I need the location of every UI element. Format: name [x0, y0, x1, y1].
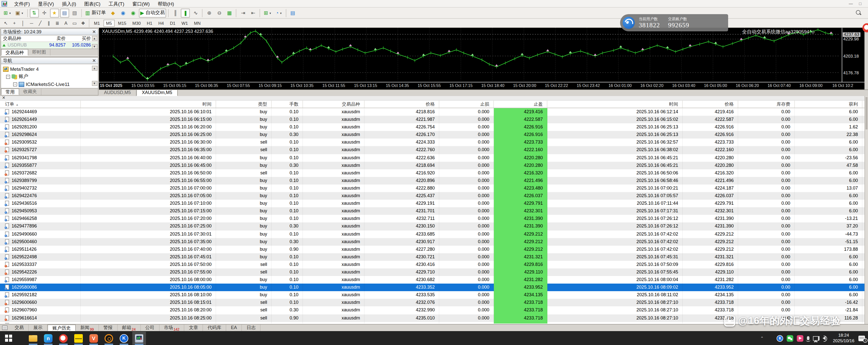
tile-windows[interactable]: ▦	[225, 8, 234, 18]
k-app-tray-icon[interactable]: K	[777, 335, 783, 342]
history-row-22[interactable]: 16295599872025.10.16 08:00:00buy0.10xauu…	[0, 276, 865, 284]
history-column-1[interactable]: 时间	[81, 100, 216, 108]
draw-tool-8[interactable]: ▭	[71, 20, 78, 27]
tray-chevron-icon[interactable]: ⌃	[761, 336, 764, 341]
menu-item-5[interactable]: 窗口(W)	[128, 1, 154, 6]
data-window[interactable]: ✛	[40, 8, 49, 18]
chart-shift[interactable]: ⇤	[249, 8, 258, 18]
draw-tool-9[interactable]: ❖	[79, 20, 87, 27]
terminal-tab-1[interactable]: 展示	[29, 324, 48, 331]
navigator-close-icon[interactable]: ✕	[92, 58, 96, 63]
history-row-23[interactable]: 16295800862025.10.16 08:05:00buy0.10xauu…	[0, 284, 865, 291]
chart-tab-audusd-m5[interactable]: AUDUSD,M5	[99, 90, 136, 96]
tab-tick-chart[interactable]: 即时图	[28, 49, 51, 56]
draw-tool-1[interactable]: +	[10, 20, 18, 27]
terminal-scrollbar[interactable]	[865, 96, 868, 324]
scroll-up-icon[interactable]: ▲	[92, 36, 97, 41]
market-watch-toggle[interactable]: ⇅	[30, 8, 39, 18]
draw-tool-5[interactable]: ∥	[45, 20, 53, 27]
chart-tab-xauusdm-m5[interactable]: XAUUSDm,M5	[136, 89, 178, 96]
taskbar-app-v-app[interactable]: V	[87, 332, 100, 345]
start-button[interactable]	[5, 335, 12, 342]
collapse-icon[interactable]: -	[13, 82, 17, 86]
terminal-tab-0[interactable]: 交易	[10, 324, 29, 331]
terminal-close-icon[interactable]: ✕	[2, 95, 5, 100]
history-column-4[interactable]: 交易品种	[303, 100, 365, 108]
autotrading-button[interactable]: ▶自动交易	[138, 8, 166, 18]
draw-tool-3[interactable]: ─	[28, 20, 35, 27]
chart-area[interactable]: XAUUSDm,M5 4239.496 4240.494 4237.253 42…	[99, 28, 865, 89]
history-column-5[interactable]: 价格	[365, 100, 439, 108]
m365-tray-icon[interactable]	[767, 335, 773, 341]
history-row-14[interactable]: 16294662582025.10.16 07:20:00buy0.10xauu…	[0, 215, 865, 223]
menu-item-2[interactable]: 插入(I)	[58, 1, 80, 6]
bar-chart-mode[interactable]: ║	[171, 8, 180, 18]
zoom-out[interactable]: ⊖	[215, 8, 224, 18]
timeframe-d1[interactable]: D1	[167, 20, 178, 27]
timeframe-w1[interactable]: W1	[179, 20, 191, 27]
history-row-17[interactable]: 16295004602025.10.16 07:35:00buy0.30xauu…	[0, 238, 865, 246]
navigator-toggle[interactable]: ★	[50, 8, 59, 18]
terminal-tab-11[interactable]: 日志	[242, 324, 261, 331]
signals[interactable]: ◉	[128, 8, 137, 18]
timeframe-h4[interactable]: H4	[156, 20, 166, 27]
strategy-tester[interactable]: ▧	[70, 8, 79, 18]
history-row-20[interactable]: 16295333372025.10.16 07:50:00sell0.10xau…	[0, 261, 865, 268]
history-column-8[interactable]: 时间	[547, 100, 683, 108]
history-row-25[interactable]: 16296006602025.10.16 08:15:01sell0.10xau…	[0, 299, 865, 307]
history-row-3[interactable]: 16292986242025.10.16 06:25:00buy0.30xauu…	[0, 131, 865, 139]
new-order-button[interactable]: ▥新订单	[84, 8, 107, 18]
timeframe-m5[interactable]: M5	[103, 20, 115, 27]
history-column-10[interactable]: 库存费	[738, 100, 795, 108]
history-row-18[interactable]: 16295114262025.10.16 07:40:00buy0.90xauu…	[0, 246, 865, 253]
timeframe-mn[interactable]: MN	[191, 20, 203, 27]
tree-item-metatrader4[interactable]: MetaTrader 4	[3, 65, 98, 73]
taskbar-app-maxthon-browser[interactable]: n	[41, 332, 55, 345]
column-symbol[interactable]: 交易品种	[1, 35, 40, 41]
tree-item-account-live[interactable]: - ICMarketsSC-Live11	[3, 80, 98, 88]
profiles[interactable]: ▣▼	[14, 8, 25, 18]
draw-tool-6[interactable]: ≣	[54, 20, 61, 27]
history-column-9[interactable]: 价格	[683, 100, 738, 108]
menu-item-0[interactable]: 文件(F)	[10, 1, 34, 6]
chart-plot[interactable]: XAUUSDm,M5 4239.496 4240.494 4237.253 42…	[99, 28, 842, 82]
taskbar-app-metatrader4[interactable]	[132, 332, 146, 345]
terminal-tab-5[interactable]: 邮箱24	[118, 324, 141, 331]
terminal-tab-4[interactable]: 警报	[99, 324, 118, 331]
history-row-19[interactable]: 16295224982025.10.16 07:45:01buy0.10xauu…	[0, 253, 865, 261]
history-column-0[interactable]: 订单▲	[0, 100, 81, 108]
market-watch-close-icon[interactable]: ✕	[92, 30, 96, 34]
pink-app-tray-icon[interactable]	[797, 335, 804, 342]
menu-item-3[interactable]: 图表(C)	[80, 1, 104, 6]
window-controls[interactable]: — □	[849, 1, 868, 6]
history-column-2[interactable]: 类型	[216, 100, 272, 108]
terminal-toggle[interactable]: ▤	[60, 8, 69, 18]
wechat-tray-icon[interactable]	[787, 335, 794, 342]
taskbar-clock[interactable]: 18:24 2025/10/16	[833, 333, 855, 344]
taskbar-app-ring-app[interactable]	[102, 332, 116, 345]
notification-icon[interactable]: 1	[859, 336, 865, 341]
taskbar-app-red-circle-app[interactable]	[57, 332, 70, 345]
search-icon[interactable]	[856, 10, 861, 15]
history-row-15[interactable]: 16294778962025.10.16 07:25:00buy0.30xauu…	[0, 223, 865, 230]
taskbar-app-file-explorer[interactable]	[26, 332, 40, 345]
quote-row-usdrub[interactable]: USDRUB 94.8257 105.0286	[1, 42, 98, 49]
scroll-down-icon[interactable]: ▼	[92, 44, 97, 49]
timeframe-m15[interactable]: M15	[115, 20, 129, 27]
terminal-tab-10[interactable]: EA	[226, 324, 242, 331]
history-row-9[interactable]: 16293897992025.10.16 06:55:00buy0.10xauu…	[0, 177, 865, 184]
history-row-21[interactable]: 16295422262025.10.16 07:55:00sell0.10xau…	[0, 268, 865, 276]
history-row-0[interactable]: 16292444692025.10.16 06:10:01buy0.10xauu…	[0, 108, 865, 116]
timeframe-m1[interactable]: M1	[91, 20, 102, 27]
terminal-tab-9[interactable]: 代码库	[203, 324, 226, 331]
history-row-4[interactable]: 16293095322025.10.16 06:30:00sell0.10xau…	[0, 139, 865, 146]
draw-tool-0[interactable]: ↖	[2, 20, 9, 27]
terminal-tab-8[interactable]: 文章	[185, 324, 203, 331]
draw-tool-7[interactable]: A	[62, 20, 70, 27]
new-chart[interactable]: ⊞▼	[2, 8, 13, 18]
tab-symbols[interactable]: 交易品种	[1, 49, 28, 56]
taskbar-app-k-app[interactable]: K	[117, 332, 131, 345]
periods[interactable]: ◔▼	[274, 8, 284, 18]
tree-item-accounts[interactable]: - 账户	[3, 73, 98, 80]
history-row-10[interactable]: 16294027322025.10.16 07:00:00buy0.10xauu…	[0, 184, 865, 192]
